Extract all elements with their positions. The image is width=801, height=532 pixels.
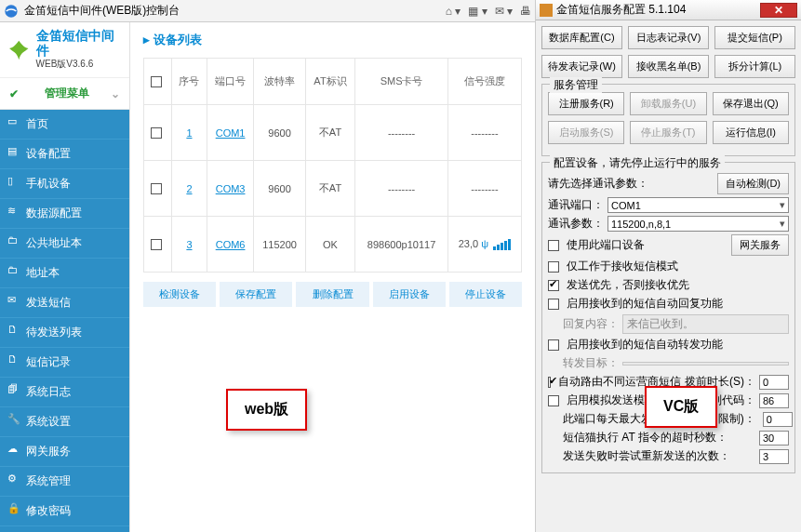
log-icon: 🗐: [7, 383, 20, 396]
at-timeout-input[interactable]: [759, 431, 789, 446]
close-button[interactable]: ✕: [760, 3, 797, 18]
nav-mobile[interactable]: ▯手机设备: [0, 169, 129, 199]
row-port[interactable]: COM3: [216, 183, 246, 194]
auto-reply-checkbox[interactable]: [548, 299, 559, 310]
brand-logo-icon: [7, 38, 31, 62]
runtime-info-button[interactable]: 运行信息(I): [713, 121, 789, 144]
enable-port-checkbox[interactable]: [548, 240, 559, 251]
table-row: 1 COM1 9600 不AT -------- --------: [144, 105, 522, 161]
print-icon[interactable]: 🖶: [520, 5, 531, 18]
home-icon[interactable]: ⌂ ▾: [446, 5, 461, 18]
service-mgmt-title: 服务管理: [550, 77, 602, 93]
row-seq[interactable]: 2: [186, 183, 192, 194]
com-param-select[interactable]: 115200,n,8,1: [607, 216, 789, 232]
uninstall-service-button[interactable]: 卸载服务(U): [630, 92, 706, 115]
cloud-icon: ☁: [7, 443, 20, 456]
service-mgmt-group: 服务管理 注册服务(R) 卸载服务(U) 保存退出(Q) 启动服务(S) 停止服…: [541, 84, 795, 156]
nav-addr[interactable]: 🗀地址本: [0, 259, 129, 288]
select-params-hint: 请先选择通讯参数：: [548, 176, 648, 192]
row-port[interactable]: COM6: [216, 239, 246, 250]
row-checkbox[interactable]: [151, 127, 162, 139]
split-calc-button[interactable]: 拆分计算(L): [714, 55, 795, 78]
reply-content-input[interactable]: 来信已收到。: [622, 314, 789, 334]
database-icon: ≋: [7, 205, 20, 218]
row-checkbox[interactable]: [151, 183, 162, 194]
retry-input[interactable]: [759, 449, 789, 464]
dial-wait-input[interactable]: [759, 375, 789, 390]
nav-public-addr[interactable]: 🗀公共地址本: [0, 229, 129, 259]
nav-gateway[interactable]: ☁网关服务: [0, 437, 129, 467]
action-row: 检测设备 保存配置 删除配置 启用设备 停止设备: [143, 282, 522, 307]
row-seq[interactable]: 3: [186, 239, 192, 250]
nav-home[interactable]: ▭首页: [0, 110, 129, 140]
nav-exit[interactable]: ⏻退出控制台: [0, 526, 129, 532]
send-priority-checkbox[interactable]: [548, 280, 559, 291]
recv-only-checkbox[interactable]: [548, 261, 559, 273]
save-config-button[interactable]: 保存配置: [220, 282, 292, 307]
nav-send[interactable]: ✉发送短信: [0, 288, 129, 318]
nav-records[interactable]: 🗋短信记录: [0, 348, 129, 378]
start-service-button[interactable]: 启动服务(S): [548, 121, 624, 144]
submit-sms-button[interactable]: 提交短信(P): [714, 26, 795, 49]
browser-title: 金笛短信中间件(WEB版)控制台: [24, 3, 180, 19]
nav-system[interactable]: ⚙系统管理: [0, 467, 129, 497]
brand-name: 金笛短信中间件: [36, 29, 122, 58]
log-records-button[interactable]: 日志表记录(V): [628, 26, 709, 49]
forward-target-input[interactable]: [622, 362, 789, 366]
list-icon: 🗋: [7, 353, 20, 366]
config-dialog: 金笛短信服务配置 5.1.104 ✕ 数据库配置(C) 日志表记录(V) 提交短…: [535, 0, 801, 532]
ie-icon: [4, 4, 19, 19]
table-row: 2 COM3 9600 不AT -------- --------: [144, 161, 522, 217]
blacklist-button[interactable]: 接收黑名单(B): [628, 55, 709, 78]
row-port[interactable]: COM1: [216, 127, 246, 139]
com-port-select[interactable]: COM1: [607, 197, 789, 213]
gateway-service-button[interactable]: 网关服务: [731, 234, 789, 256]
row-checkbox[interactable]: [151, 239, 162, 250]
max-per-day-input[interactable]: [763, 412, 793, 427]
nav-settings[interactable]: 🔧系统设置: [0, 407, 129, 437]
nav-pending[interactable]: 🗋待发送列表: [0, 318, 129, 348]
col-checkbox[interactable]: [144, 59, 172, 105]
gear-icon: ⚙: [7, 472, 20, 485]
svg-rect-1: [540, 4, 553, 17]
nav-device-config[interactable]: ▤设备配置: [0, 140, 129, 169]
section-title: ▸ 设备列表: [143, 32, 522, 48]
pending-records-button[interactable]: 待发表记录(W): [541, 55, 622, 78]
nav-list: ▭首页 ▤设备配置 ▯手机设备 ≋数据源配置 🗀公共地址本 🗀地址本 ✉发送短信…: [0, 110, 129, 532]
col-at: AT标识: [305, 59, 355, 105]
signal-cell: 23,0 ψ: [447, 217, 521, 273]
nav-logs[interactable]: 🗐系统日志: [0, 378, 129, 407]
rss-icon[interactable]: ▦ ▾: [468, 5, 487, 18]
device-icon: ▤: [7, 145, 20, 158]
stop-device-button[interactable]: 停止设备: [449, 282, 522, 307]
auto-detect-button[interactable]: 自动检测(D): [717, 173, 789, 194]
table-row: 3 COM6 115200 OK 898600p10117 23,0 ψ: [144, 217, 522, 273]
dialog-title: 金笛短信服务配置 5.1.104: [556, 2, 686, 18]
menu-header[interactable]: 管理菜单 ⌄: [0, 78, 129, 110]
country-code-input[interactable]: [759, 393, 789, 408]
enable-device-button[interactable]: 启用设备: [373, 282, 446, 307]
brand-version: WEB版V3.6.6: [36, 58, 122, 71]
row-seq[interactable]: 1: [186, 127, 192, 139]
db-config-button[interactable]: 数据库配置(C): [541, 26, 622, 49]
reply-content-label: 回复内容：: [563, 316, 619, 332]
sim-mode-checkbox[interactable]: [548, 395, 559, 406]
mail-icon[interactable]: ✉ ▾: [495, 5, 513, 18]
antenna-icon: ψ: [481, 238, 488, 249]
detect-devices-button[interactable]: 检测设备: [143, 282, 216, 307]
forward-target-label: 转发目标：: [563, 355, 619, 371]
nav-password[interactable]: 🔒修改密码: [0, 497, 129, 526]
nav-datasource[interactable]: ≋数据源配置: [0, 199, 129, 229]
delete-config-button[interactable]: 删除配置: [296, 282, 368, 307]
col-port: 端口号: [207, 59, 254, 105]
brand-header: 金笛短信中间件 WEB版V3.6.6: [0, 22, 129, 78]
register-service-button[interactable]: 注册服务(R): [548, 92, 624, 115]
auto-forward-checkbox[interactable]: [548, 339, 559, 351]
col-baud: 波特率: [254, 59, 305, 105]
folder-icon: 🗀: [7, 264, 20, 277]
auto-route-checkbox[interactable]: [548, 377, 551, 388]
stop-service-button[interactable]: 停止服务(T): [630, 121, 706, 144]
retry-label: 发送失败时尝试重新发送的次数：: [548, 448, 730, 464]
save-exit-button[interactable]: 保存退出(Q): [713, 92, 789, 115]
lock-icon: 🔒: [7, 502, 20, 515]
